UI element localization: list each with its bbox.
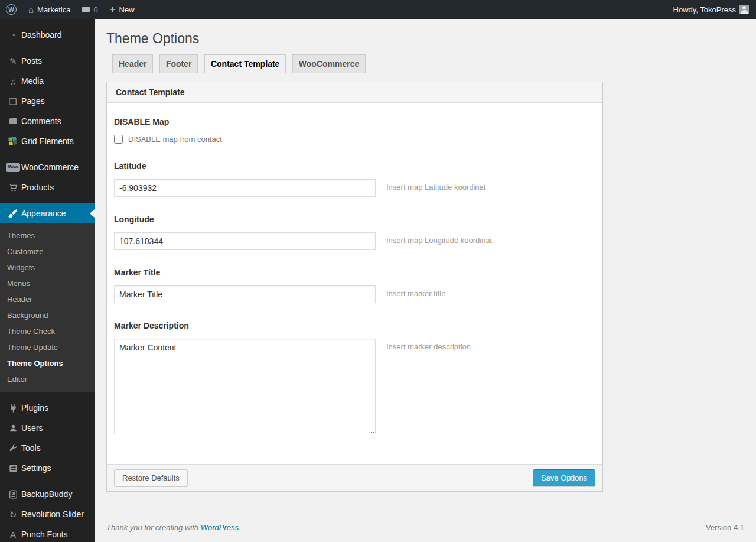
sidebar-item-appearance[interactable]: Appearance (0, 203, 94, 223)
submenu-item-theme-check[interactable]: Theme Check (0, 323, 94, 339)
menu-separator (0, 392, 94, 398)
menu-separator (0, 45, 94, 51)
sidebar-item-revolution-slider[interactable]: ↻ Revolution Slider (0, 504, 94, 524)
panel-footer: Restore Defaults Save Options (107, 464, 602, 491)
submenu-item-customize[interactable]: Customize (0, 244, 94, 259)
disable-map-checkbox[interactable] (114, 135, 123, 144)
sidebar-item-tools[interactable]: Tools (0, 438, 94, 458)
marker-description-label: Marker Description (114, 321, 595, 330)
submenu-item-theme-update[interactable]: Theme Update (0, 339, 94, 355)
wordpress-logo-icon: W (6, 4, 17, 15)
pushpin-icon: ✎ (5, 57, 21, 66)
appearance-submenu: Themes Customize Widgets Menus Header Ba… (0, 223, 94, 392)
contact-template-panel: Contact Template DISABLE Map DISABLE map… (106, 82, 603, 492)
tab-contact-template[interactable]: Contact Template (204, 54, 286, 73)
comments-count: 0 (93, 5, 97, 14)
sidebar-item-label: Revolution Slider (21, 509, 84, 519)
sidebar-item-label: Plugins (21, 403, 48, 413)
home-icon: ⌂ (28, 5, 34, 14)
menu-separator (0, 197, 94, 203)
longitude-hint: Insert map Longitude koordinat (386, 232, 492, 245)
admin-sidebar: ◔ Dashboard ✎ Posts ♫ Media ❏ Pages Comm… (0, 19, 94, 542)
tab-header[interactable]: Header (112, 54, 153, 73)
sidebar-item-label: WooCommerce (21, 163, 79, 172)
disable-map-label: DISABLE Map (114, 117, 595, 126)
admin-bar: W ⌂ Marketica 0 + New Howdy, TokoPress (0, 0, 756, 19)
person-icon (5, 424, 21, 433)
wordpress-logo-menu[interactable]: W (0, 0, 22, 19)
sidebar-item-users[interactable]: Users (0, 418, 94, 438)
circular-arrows-icon: ↻ (5, 510, 21, 519)
sidebar-item-comments[interactable]: Comments (0, 111, 94, 131)
admin-footer: Thank you for creating with WordPress. V… (106, 523, 744, 532)
tab-footer[interactable]: Footer (159, 54, 198, 73)
sidebar-item-punch-fonts[interactable]: A Punch Fonts (0, 524, 94, 542)
sidebar-item-pages[interactable]: ❏ Pages (0, 91, 94, 111)
sidebar-item-plugins[interactable]: Plugins (0, 398, 94, 418)
marker-title-label: Marker Title (114, 268, 595, 277)
submenu-item-theme-options[interactable]: Theme Options (0, 355, 94, 371)
plus-icon: + (110, 4, 116, 14)
disable-map-field: DISABLE Map DISABLE map from contact (114, 117, 595, 144)
sidebar-item-label: Media (21, 76, 44, 86)
sidebar-item-label: Users (21, 423, 43, 433)
howdy-label: Howdy, TokoPress (673, 5, 736, 14)
tab-woocommerce[interactable]: WooCommerce (292, 54, 366, 73)
marker-description-hint: Insert marker description (386, 339, 471, 351)
sidebar-item-label: Settings (21, 463, 51, 473)
new-label: New (119, 5, 135, 14)
sidebar-item-label: Products (21, 183, 54, 192)
marker-description-textarea[interactable]: Marker Content (114, 339, 376, 434)
sidebar-item-posts[interactable]: ✎ Posts (0, 51, 94, 71)
sidebar-item-label: Appearance (21, 209, 66, 218)
submenu-item-background[interactable]: Background (0, 307, 94, 323)
marker-description-field: Marker Description Marker Content Insert… (114, 321, 595, 434)
sidebar-item-label: Grid Elements (21, 137, 74, 146)
wordpress-link[interactable]: WordPress (201, 523, 239, 532)
sidebar-item-media[interactable]: ♫ Media (0, 71, 94, 91)
marker-title-field: Marker Title Insert marker title (114, 268, 595, 303)
sidebar-item-grid-elements[interactable]: Grid Elements (0, 131, 94, 151)
marker-title-input[interactable] (114, 285, 376, 303)
comments-shortcut[interactable]: 0 (76, 0, 103, 19)
sidebar-item-label: Posts (21, 56, 42, 66)
footer-thanks-text: Thank you for creating with WordPress. (106, 523, 241, 532)
sidebar-item-dashboard[interactable]: ◔ Dashboard (0, 25, 94, 45)
submenu-item-menus[interactable]: Menus (0, 275, 94, 291)
tab-bar: Header Footer Contact Template WooCommer… (106, 54, 744, 73)
site-name-label: Marketica (37, 5, 70, 14)
main-content: Theme Options Header Footer Contact Temp… (94, 19, 756, 542)
wrench-icon (5, 444, 21, 453)
menu-separator (0, 151, 94, 157)
save-options-button[interactable]: Save Options (533, 469, 595, 486)
speech-bubble-icon (5, 118, 21, 124)
sidebar-item-label: Punch Fonts (21, 530, 68, 539)
stacked-pages-icon: ❏ (5, 97, 21, 106)
account-menu[interactable]: Howdy, TokoPress (667, 0, 749, 19)
new-content-menu[interactable]: + New (104, 0, 141, 19)
panel-body: DISABLE Map DISABLE map from contact Lat… (107, 103, 602, 464)
colored-grid-icon (5, 137, 21, 145)
sidebar-item-backupbuddy[interactable]: BackupBuddy (0, 484, 94, 504)
sidebar-item-label: BackupBuddy (21, 489, 72, 499)
letter-a-icon: A (5, 530, 21, 539)
backup-device-icon (5, 490, 21, 499)
site-name-menu[interactable]: ⌂ Marketica (22, 0, 76, 19)
panel-title: Contact Template (107, 82, 602, 103)
restore-defaults-button[interactable]: Restore Defaults (114, 469, 188, 486)
marker-title-hint: Insert marker title (386, 285, 445, 298)
submenu-item-editor[interactable]: Editor (0, 371, 94, 387)
sidebar-item-products[interactable]: Products (0, 177, 94, 197)
longitude-field: Longitude Insert map Longitude koordinat (114, 215, 595, 250)
current-menu-arrow (90, 209, 94, 218)
submenu-item-header[interactable]: Header (0, 291, 94, 307)
submenu-item-themes[interactable]: Themes (0, 228, 94, 244)
sidebar-item-label: Comments (21, 116, 61, 126)
submenu-item-widgets[interactable]: Widgets (0, 259, 94, 275)
sidebar-item-woocommerce[interactable]: Woo WooCommerce (0, 157, 94, 177)
longitude-input[interactable] (114, 232, 376, 250)
latitude-input[interactable] (114, 179, 376, 197)
plug-icon (5, 404, 21, 413)
footer-thanks-suffix: . (239, 523, 241, 532)
sidebar-item-settings[interactable]: Settings (0, 458, 94, 478)
